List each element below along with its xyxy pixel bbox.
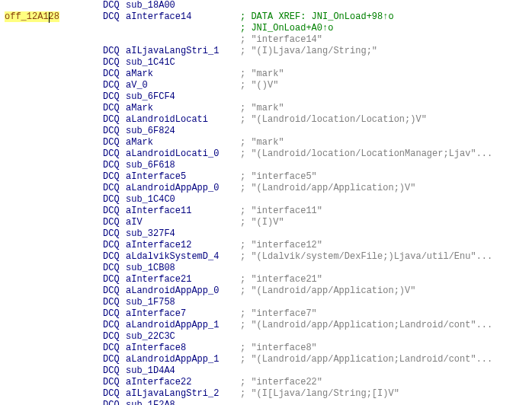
asm-line[interactable]: DCQsub_18A00 (0, 0, 532, 11)
label-cell (0, 274, 103, 285)
asm-line[interactable]: DCQaLandroidLocati_0; "(Landroid/locatio… (0, 148, 532, 160)
asm-line[interactable]: DCQaMark; "mark" (0, 103, 532, 114)
asm-line[interactable]: DCQaV_0; "()V" (0, 80, 532, 91)
operand-cell[interactable]: aInterface11 (126, 206, 240, 217)
operand-cell[interactable]: sub_1D4A4 (126, 365, 240, 377)
operand-cell[interactable]: sub_18A00 (126, 0, 240, 11)
asm-comment: ; "(I[Ljava/lang/String;[I)V" (240, 388, 532, 400)
asm-line[interactable]: DCQaInterface21; "interface21" (0, 274, 532, 285)
operand-cell[interactable]: sub_1C4C0 (126, 194, 240, 206)
label-cell (0, 114, 103, 126)
label-cell (0, 148, 103, 160)
mnemonic-cell: DCQ (103, 0, 126, 11)
asm-line[interactable]: DCQsub_6F824 (0, 126, 532, 137)
mnemonic-cell: DCQ (103, 69, 126, 80)
asm-line[interactable]: DCQsub_6F618 (0, 160, 532, 171)
asm-line[interactable]: DCQsub_22C3C (0, 331, 532, 343)
asm-line[interactable]: DCQaILjavaLangStri_2; "(I[Ljava/lang/Str… (0, 388, 532, 400)
mnemonic-cell: DCQ (103, 297, 126, 308)
operand-cell[interactable]: aInterface5 (126, 171, 240, 183)
operand-cell[interactable]: aLandroidAppApp_1 (126, 354, 240, 365)
asm-line[interactable]: DCQaInterface11; "interface11" (0, 206, 532, 217)
asm-line[interactable]: DCQsub_1F2A8 (0, 400, 532, 405)
asm-line[interactable]: DCQaInterface22; "interface22" (0, 377, 532, 388)
asm-line[interactable]: DCQaLandroidLocati; "(Landroid/location/… (0, 114, 532, 126)
asm-line[interactable]: DCQsub_1D4A4 (0, 365, 532, 377)
asm-comment: ; "(Landroid/app/Application;Landroid/co… (240, 354, 532, 365)
operand-cell[interactable]: aIV (126, 217, 240, 228)
asm-comment: ; "(I)Ljava/lang/String;" (240, 46, 532, 57)
operand-cell[interactable]: sub_6F824 (126, 126, 240, 137)
operand-cell[interactable]: aLdalvikSystemD_4 (126, 251, 240, 263)
operand-cell[interactable]: aLandroidAppApp_0 (126, 183, 240, 194)
mnemonic-cell: DCQ (103, 217, 126, 228)
operand-cell[interactable]: aILjavaLangStri_2 (126, 388, 240, 400)
operand-cell[interactable]: sub_6F618 (126, 160, 240, 171)
label-cell (0, 354, 103, 365)
operand-cell[interactable]: sub_1F758 (126, 297, 240, 308)
operand-cell[interactable]: aInterface7 (126, 308, 240, 320)
mnemonic-cell: DCQ (103, 171, 126, 183)
operand-cell[interactable]: aInterface22 (126, 377, 240, 388)
asm-line[interactable]: DCQaIV; "(I)V" (0, 217, 532, 228)
asm-line[interactable]: DCQsub_327F4 (0, 228, 532, 240)
label-cell (0, 206, 103, 217)
asm-comment: ; "(Landroid/location/Location;)V" (240, 114, 532, 126)
asm-line[interactable]: DCQaLandroidAppApp_0; "(Landroid/app/App… (0, 285, 532, 297)
asm-line[interactable]: ; JNI_OnLoad+A0↑o (0, 23, 532, 34)
asm-line[interactable]: DCQaInterface12; "interface12" (0, 240, 532, 251)
asm-comment (240, 126, 532, 137)
operand-cell[interactable]: aMark (126, 69, 240, 80)
operand-cell[interactable]: sub_327F4 (126, 228, 240, 240)
asm-line[interactable]: DCQsub_1C41C (0, 57, 532, 69)
asm-comment (240, 160, 532, 171)
asm-comment (240, 228, 532, 240)
operand-cell[interactable]: aLandroidLocati (126, 114, 240, 126)
asm-line[interactable]: DCQsub_1C4C0 (0, 194, 532, 206)
asm-comment: ; "interface5" (240, 171, 532, 183)
asm-line[interactable]: DCQaMark; "mark" (0, 137, 532, 148)
label-cell (0, 308, 103, 320)
operand-cell[interactable]: aMark (126, 137, 240, 148)
operand-cell[interactable]: aLandroidAppApp_1 (126, 320, 240, 331)
operand-cell (126, 34, 240, 46)
operand-cell[interactable]: aInterface21 (126, 274, 240, 285)
operand-cell[interactable]: aLandroidAppApp_0 (126, 285, 240, 297)
operand-cell[interactable]: sub_6FCF4 (126, 91, 240, 103)
operand-cell[interactable]: sub_1F2A8 (126, 400, 240, 405)
asm-line[interactable]: DCQaMark; "mark" (0, 69, 532, 80)
asm-comment: ; "mark" (240, 103, 532, 114)
asm-line[interactable]: DCQaLandroidAppApp_0; "(Landroid/app/App… (0, 183, 532, 194)
asm-line[interactable]: ; "interface14" (0, 34, 532, 46)
operand-cell[interactable]: sub_1CB08 (126, 263, 240, 274)
operand-cell[interactable]: aInterface12 (126, 240, 240, 251)
asm-line[interactable]: DCQsub_1F758 (0, 297, 532, 308)
asm-line[interactable]: DCQsub_6FCF4 (0, 91, 532, 103)
mnemonic-cell: DCQ (103, 274, 126, 285)
asm-line[interactable]: DCQaInterface7; "interface7" (0, 308, 532, 320)
operand-cell[interactable]: aLandroidLocati_0 (126, 148, 240, 160)
asm-line[interactable]: DCQaInterface5; "interface5" (0, 171, 532, 183)
asm-line[interactable]: DCQaLandroidAppApp_1; "(Landroid/app/App… (0, 354, 532, 365)
label-cell (0, 0, 103, 11)
operand-cell[interactable]: aInterface14 (126, 11, 240, 23)
operand-cell[interactable]: sub_22C3C (126, 331, 240, 343)
mnemonic-cell: DCQ (103, 388, 126, 400)
asm-comment: ; "interface7" (240, 308, 532, 320)
asm-label[interactable]: off_12A128 (5, 11, 59, 22)
operand-cell[interactable]: aMark (126, 103, 240, 114)
disassembly-view[interactable]: DCQsub_18A00off_12A128DCQaInterface14; D… (0, 0, 532, 405)
asm-line[interactable]: off_12A128DCQaInterface14; DATA XREF: JN… (0, 11, 532, 23)
operand-cell[interactable]: aInterface8 (126, 343, 240, 354)
operand-cell[interactable]: sub_1C41C (126, 57, 240, 69)
asm-line[interactable]: DCQaILjavaLangStri_1; "(I)Ljava/lang/Str… (0, 46, 532, 57)
mnemonic-cell: DCQ (103, 377, 126, 388)
asm-comment: ; "interface12" (240, 240, 532, 251)
label-cell (0, 377, 103, 388)
operand-cell[interactable]: aILjavaLangStri_1 (126, 46, 240, 57)
asm-line[interactable]: DCQsub_1CB08 (0, 263, 532, 274)
asm-line[interactable]: DCQaInterface8; "interface8" (0, 343, 532, 354)
asm-line[interactable]: DCQaLdalvikSystemD_4; "(Ldalvik/system/D… (0, 251, 532, 263)
operand-cell[interactable]: aV_0 (126, 80, 240, 91)
asm-line[interactable]: DCQaLandroidAppApp_1; "(Landroid/app/App… (0, 320, 532, 331)
